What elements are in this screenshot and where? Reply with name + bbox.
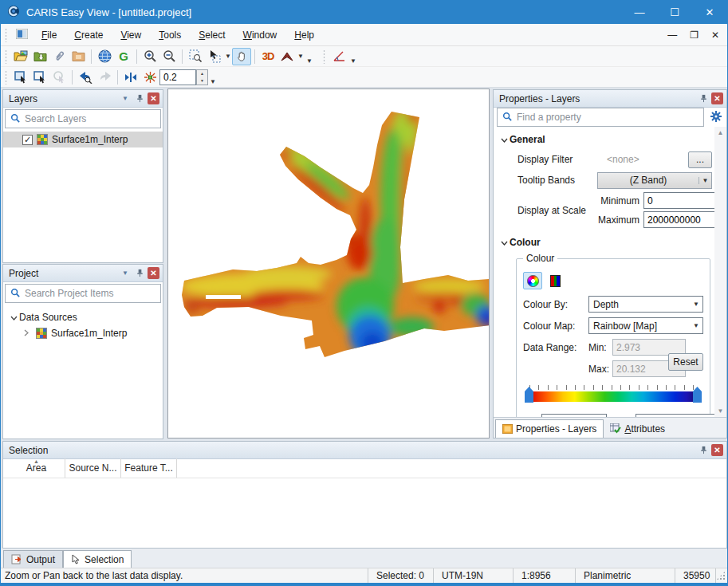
scroll-up-icon[interactable]: ▲ [718,127,724,139]
menu-help[interactable]: Help [286,26,322,44]
add-to-project-icon[interactable] [30,48,49,65]
property-search-input[interactable] [517,112,703,123]
open-project-icon[interactable] [11,48,30,65]
layer-visibility-checkbox[interactable]: ✓ [22,135,33,145]
tab-properties-layers[interactable]: Properties - Layers [495,419,604,438]
colour-map-dropdown[interactable]: Rainbow [Map] ▼ [588,317,703,334]
snap-tolerance-input[interactable] [159,69,196,85]
menu-view[interactable]: View [112,26,149,44]
web-map-icon[interactable] [95,48,114,65]
close-button[interactable]: ✕ [692,0,727,24]
flash-selection-icon[interactable] [140,69,159,86]
mdi-restore-button[interactable]: ❐ [690,29,698,41]
tab-label: Output [26,554,55,565]
selection-panel-close-icon[interactable]: ✕ [711,444,723,456]
resize-grip[interactable] [716,571,726,580]
menubar-grip[interactable] [4,28,8,42]
properties-tab-icon [502,424,513,434]
toolbar1-grip[interactable] [4,49,8,64]
project-search-input[interactable] [25,288,160,299]
colour-by-dropdown[interactable]: Depth ▼ [588,296,703,313]
zoom-previous-icon[interactable] [76,69,95,86]
mdi-minimize-button[interactable]: — [667,29,677,41]
select-rectangle-icon[interactable] [11,69,30,86]
selection-table-body[interactable] [3,478,726,548]
measure-grip[interactable] [322,49,326,64]
save-data-icon[interactable] [69,48,88,65]
bottom-tab-bar: Output Selection [1,549,727,568]
column-source-name[interactable]: Source N... [65,458,121,478]
select-polygon-rectangle-icon[interactable] [30,69,49,86]
minimize-button[interactable]: — [622,0,657,24]
scroll-down-icon[interactable]: ▼ [718,405,724,417]
column-area[interactable]: ▲ Area [8,458,65,478]
colour-wheel-icon[interactable] [523,272,542,289]
menu-create[interactable]: Create [66,26,111,44]
layer-item-surface1m[interactable]: ✓ Surface1m_Interp [3,132,163,147]
project-panel-close-icon[interactable]: ✕ [148,267,159,279]
flythrough-icon[interactable] [277,48,297,65]
layers-panel-close-icon[interactable]: ✕ [148,92,159,104]
3d-view-icon[interactable]: 3D [258,48,277,65]
select-tool-icon[interactable] [205,48,224,65]
chevron-down-icon: ▼ [690,301,702,308]
maximize-button[interactable]: ☐ [657,0,692,24]
layers-panel-pin-icon[interactable] [133,92,146,105]
display-filter-browse-button[interactable]: ... [688,151,712,168]
menu-select[interactable]: Select [191,26,233,44]
project-search[interactable] [5,284,161,303]
toolbar2-grip[interactable] [4,70,8,85]
google-earth-icon[interactable]: G [114,48,133,65]
select-tool-dropdown[interactable]: ▼ [224,53,232,60]
layers-search[interactable] [5,109,161,128]
map-view[interactable] [167,88,490,439]
select-circle-icon[interactable] [49,69,69,86]
zoom-window-icon[interactable] [186,48,205,65]
properties-panel-close-icon[interactable]: ✕ [711,92,723,104]
chevron-right-icon[interactable] [21,329,32,338]
zoom-in-icon[interactable] [140,48,159,65]
property-search[interactable] [497,108,704,127]
mdi-close-button[interactable]: ✕ [711,29,719,41]
fit-extents-icon[interactable] [121,69,140,86]
measure-icon[interactable] [329,48,348,65]
layers-panel-menu-icon[interactable]: ▼ [119,92,132,105]
snap-tolerance-stepper[interactable]: ▲▼ [196,69,208,85]
rgb-bands-icon[interactable] [545,272,565,289]
attach-data-icon[interactable] [49,48,69,65]
measure-overflow[interactable]: ▼ [348,57,358,66]
chevron-down-icon [498,238,510,247]
range-max-input[interactable] [636,414,726,417]
flythrough-dropdown[interactable]: ▼ [297,53,305,60]
gear-icon[interactable] [710,110,722,125]
menu-tools[interactable]: Tools [151,26,189,44]
properties-panel-pin-icon[interactable] [697,92,710,105]
zoom-out-icon[interactable] [159,48,179,65]
menu-window[interactable]: Window [235,26,285,44]
properties-scrollbar[interactable]: ▲ ▼ [714,127,726,417]
layers-search-input[interactable] [25,113,160,124]
status-selected-count: Selected: 0 [368,568,433,583]
section-colour[interactable]: Colour [498,234,712,250]
chevron-down-icon[interactable] [8,313,19,322]
selection-panel-pin-icon[interactable] [697,444,710,457]
pan-tool-icon[interactable] [232,48,251,65]
zoom-next-icon[interactable] [95,69,114,86]
project-panel-pin-icon[interactable] [133,267,146,280]
project-panel-menu-icon[interactable]: ▼ [119,267,132,280]
reset-button[interactable]: Reset [668,353,703,371]
tab-output[interactable]: Output [3,550,63,568]
tab-attributes[interactable]: Attributes [604,419,671,438]
column-feature-type[interactable]: Feature T... [121,458,177,478]
tab-selection[interactable]: Selection [63,550,132,568]
search-icon [10,113,20,125]
toolbar1-overflow[interactable]: ▼ [305,57,314,66]
tooltip-bands-dropdown[interactable]: (Z Band) ▼ [597,172,712,189]
tree-item-data-sources[interactable]: Data Sources [8,309,163,325]
colour-ramp-slider[interactable] [525,385,702,409]
menu-file[interactable]: File [33,26,65,44]
toolbar2-overflow[interactable]: ▼ [208,78,218,87]
tree-item-surface1m[interactable]: Surface1m_Interp [8,325,163,341]
section-general[interactable]: General [498,132,712,147]
range-min-input[interactable] [541,414,607,417]
